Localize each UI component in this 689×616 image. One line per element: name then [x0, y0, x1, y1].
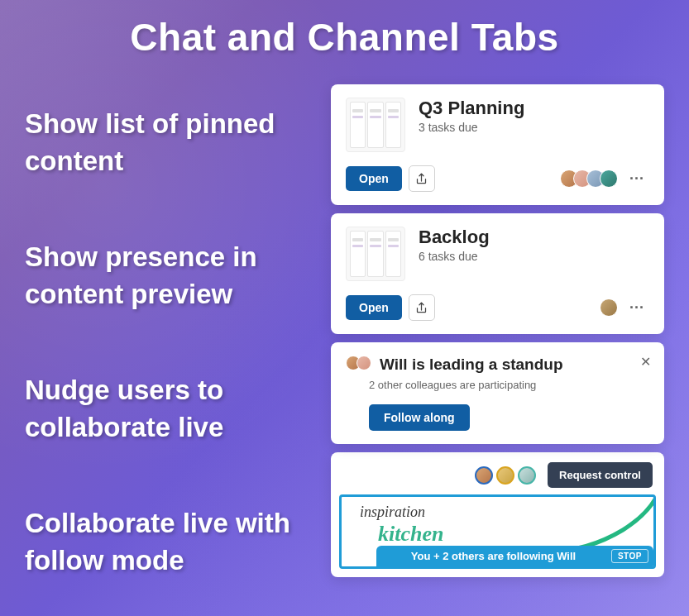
whiteboard-card: Request control inspiration kitchen You …	[331, 452, 664, 577]
bullet-pinned: Show list of pinned content	[25, 106, 306, 179]
tab-card-backlog: Backlog 6 tasks due Open ···	[331, 213, 664, 334]
avatar	[496, 466, 514, 485]
avatar	[600, 298, 618, 317]
more-menu[interactable]: ···	[624, 170, 649, 188]
bullet-nudge: Nudge users to collaborate live	[25, 372, 306, 446]
canvas-text: inspiration	[360, 504, 425, 521]
open-button[interactable]: Open	[346, 166, 402, 191]
whiteboard-canvas[interactable]: inspiration kitchen You + 2 others are f…	[339, 494, 656, 569]
board-thumbnail	[346, 98, 405, 152]
tab-card-planning: Q3 Planning 3 tasks due Open ···	[331, 84, 664, 205]
standup-subtitle: 2 other colleagues are participating	[369, 379, 649, 391]
close-icon[interactable]: ✕	[640, 354, 651, 370]
avatar	[600, 170, 618, 188]
board-thumbnail	[346, 227, 405, 281]
card-subtitle: 6 tasks due	[419, 250, 649, 263]
stop-following-button[interactable]: STOP	[611, 549, 648, 563]
bullet-presence: Show presence in content preview	[25, 239, 306, 313]
standup-title: Will is leading a standup	[380, 356, 563, 374]
share-button[interactable]	[409, 294, 435, 321]
share-icon	[415, 173, 428, 185]
open-button[interactable]: Open	[346, 295, 402, 320]
standup-card: ✕ Will is leading a standup 2 other coll…	[331, 342, 664, 444]
follow-text: You + 2 others are following Will	[411, 550, 576, 562]
avatar	[518, 466, 536, 485]
more-menu[interactable]: ···	[624, 299, 649, 317]
share-icon	[415, 302, 428, 314]
avatar	[356, 356, 371, 370]
bullet-follow: Collaborate live with follow mode	[25, 505, 306, 579]
follow-mode-bar: You + 2 others are following Will STOP	[376, 546, 653, 566]
request-control-button[interactable]: Request control	[548, 462, 653, 488]
follow-along-button[interactable]: Follow along	[369, 404, 470, 431]
canvas-text: kitchen	[378, 522, 443, 547]
slide-title: Chat and Channel Tabs	[0, 0, 689, 60]
presence-avatars	[600, 298, 618, 317]
share-button[interactable]	[409, 165, 435, 192]
card-title: Q3 Planning	[419, 98, 649, 119]
collaborator-avatars	[475, 466, 536, 485]
standup-avatars	[346, 356, 371, 370]
card-subtitle: 3 tasks due	[419, 121, 649, 134]
bullet-list: Show list of pinned content Show presenc…	[25, 84, 306, 579]
card-title: Backlog	[419, 227, 649, 248]
presence-avatars	[560, 170, 618, 188]
avatar	[475, 466, 493, 485]
